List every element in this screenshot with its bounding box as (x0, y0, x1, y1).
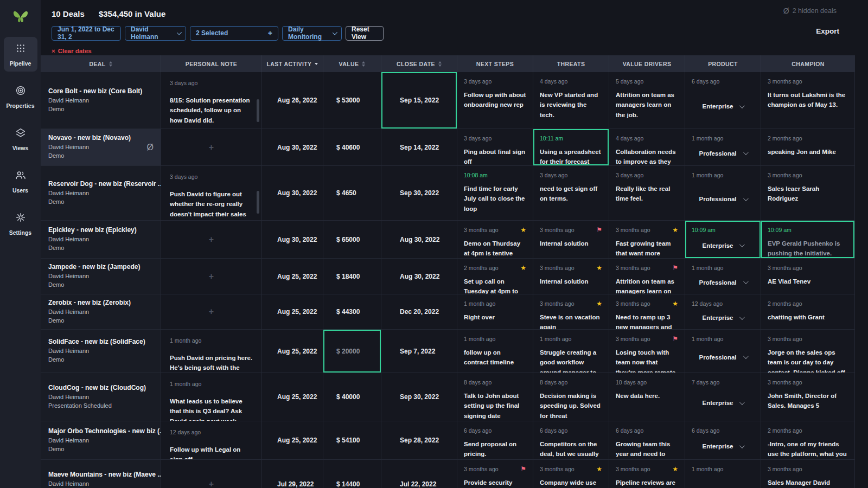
champion-cell[interactable]: 3 months agoSales Manager David Rodrigue… (761, 460, 855, 488)
product-select[interactable]: Professional (692, 277, 754, 288)
champion-cell[interactable]: 3 months agoAE Vlad Tenev (761, 259, 855, 294)
product-select[interactable]: Professional (692, 184, 754, 214)
value-drivers-cell[interactable]: 3 months ago★Fast growing team that want… (609, 221, 685, 259)
threats-cell[interactable]: 1 month agoStruggle creating a good work… (533, 330, 609, 373)
last-activity-cell[interactable]: Aug 25, 2022 (262, 373, 323, 421)
close-date-cell[interactable]: Jul 22, 2022 (381, 460, 457, 488)
product-select[interactable]: Professional (692, 348, 754, 367)
product-select[interactable]: Enterprise (692, 391, 754, 415)
next-steps-cell[interactable]: 8 days agoTalk to John about setting up … (457, 373, 533, 421)
clear-dates-button[interactable]: × Clear dates (41, 41, 868, 55)
close-date-cell[interactable]: Aug 30, 2022 (381, 259, 457, 294)
close-date-cell[interactable]: Sep 30, 2022 (381, 166, 457, 221)
properties-filter[interactable]: 2 Selected + (190, 26, 278, 41)
column-header-close-date[interactable]: CLOSE DATE (381, 55, 457, 72)
column-header-value-drivers[interactable]: VALUE DRIVERS (609, 55, 685, 72)
champion-cell[interactable]: 3 months agoIt turns out Lakshmi is the … (761, 72, 855, 129)
product-select[interactable]: Enterprise (692, 90, 754, 123)
sidebar-item-properties[interactable]: Properties (4, 79, 37, 114)
personal-note-cell[interactable]: 3 days ago8/15: Solution presentation sc… (161, 72, 262, 129)
deal-cell[interactable]: Core Bolt - new biz (Core Bolt)David Hei… (41, 72, 161, 129)
value-cell[interactable]: $ 65000 (323, 221, 381, 259)
note-scrollbar[interactable] (257, 191, 259, 214)
value-drivers-cell[interactable]: 3 months ago⚑Losing touch with team now … (609, 330, 685, 373)
value-drivers-cell[interactable]: 4 days agoCollaboration needs to improve… (609, 129, 685, 166)
sidebar-item-views[interactable]: Views (4, 121, 37, 156)
value-drivers-cell[interactable]: 6 days agoGrowing team this year and nee… (609, 421, 685, 460)
next-steps-cell[interactable]: 6 days agoSend proposal on pricing. (457, 421, 533, 460)
add-note-button[interactable]: + (161, 259, 262, 294)
column-header-threats[interactable]: THREATS (533, 55, 609, 72)
deal-cell[interactable]: Maeve Mountains - new biz (Maeve ...Davi… (41, 460, 161, 488)
deal-cell[interactable]: CloudCog - new biz (CloudCog)David Heima… (41, 373, 161, 421)
product-select[interactable]: Enterprise (692, 312, 754, 323)
note-scrollbar[interactable] (257, 99, 259, 122)
close-date-cell[interactable]: Sep 14, 2022 (381, 129, 457, 166)
last-activity-cell[interactable]: Aug 25, 2022 (262, 330, 323, 373)
sidebar-item-users[interactable]: Users (4, 164, 37, 198)
column-header-product[interactable]: PRODUCT (685, 55, 761, 72)
reset-view-button[interactable]: Reset View (346, 26, 384, 41)
product-select[interactable]: Enterprise (692, 439, 754, 453)
product-select[interactable]: Professional (692, 478, 754, 488)
next-steps-cell[interactable]: 3 months ago★Demo on Thurdsay at 4pm is … (457, 221, 533, 259)
personal-note-cell[interactable]: 1 month agoPush David on pricing here. H… (161, 330, 262, 373)
next-steps-cell[interactable]: 1 month agoRight over (457, 294, 533, 330)
close-date-cell[interactable]: Dec 20, 2022 (381, 294, 457, 330)
next-steps-cell[interactable]: 2 months ago★Set up call on Tuesday at 4… (457, 259, 533, 294)
champion-cell[interactable]: 3 months agoSales leaer Sarah Rodriguez (761, 166, 855, 221)
champion-cell[interactable]: 2 months agospeaking Jon and Mike (761, 129, 855, 166)
threats-cell[interactable]: 4 days agoNew VP started and is reviewin… (533, 72, 609, 129)
threats-cell[interactable]: 10:11 amUsing a spreadsheet for their fo… (533, 129, 609, 166)
champion-cell[interactable]: 3 months agoJorge on the sales ops team … (761, 330, 855, 373)
value-cell[interactable]: $ 53000 (323, 72, 381, 129)
column-header-champion[interactable]: CHAMPION (761, 55, 855, 72)
column-header-next-steps[interactable]: NEXT STEPS (457, 55, 533, 72)
column-header-last-activity[interactable]: LAST ACTIVITY (262, 55, 323, 72)
value-cell[interactable]: $ 14400 (323, 460, 381, 488)
value-cell[interactable]: $ 40000 (323, 373, 381, 421)
value-drivers-cell[interactable]: 5 days agoAttrition on team as managers … (609, 72, 685, 129)
deal-cell[interactable]: SolidFace - new biz (SolidFace)David Hei… (41, 330, 161, 373)
threats-cell[interactable]: 3 months ago★Company wide use of 1-on-1 … (533, 460, 609, 488)
butterfly-logo-icon[interactable] (10, 5, 31, 27)
product-select[interactable]: Professional (692, 147, 754, 159)
personal-note-cell[interactable]: 3 days agoPush David to figure out wheth… (161, 166, 262, 221)
value-drivers-cell[interactable]: 3 months ago★Pipeline reviews are painfu… (609, 460, 685, 488)
threats-cell[interactable]: 6 days agoCompetitors on the deal, but w… (533, 421, 609, 460)
close-date-cell[interactable]: Sep 7, 2022 (381, 330, 457, 373)
owner-filter[interactable]: David Heimann (125, 26, 186, 41)
value-drivers-cell[interactable]: 3 months ago⚑Attrition on team as manage… (609, 259, 685, 294)
deal-cell[interactable]: Jampede - new biz (Jampede)David Heimann… (41, 259, 161, 294)
add-note-button[interactable]: + (161, 294, 262, 330)
column-header-deal[interactable]: DEAL (41, 55, 161, 72)
personal-note-cell[interactable]: 1 month agoWhat leads us to believe that… (161, 373, 262, 421)
value-drivers-cell[interactable]: 3 days agoReally like the real time feel… (609, 166, 685, 221)
deal-cell[interactable]: Novavo - new biz (Novavo)David HeimannDe… (41, 129, 161, 166)
champion-cell[interactable]: 10:09 amEVP Gerald Pushenko is pushing t… (761, 221, 855, 259)
value-cell[interactable]: $ 20000 (323, 330, 381, 373)
add-note-button[interactable]: + (161, 129, 262, 166)
monitoring-filter[interactable]: Daily Monitoring (282, 26, 342, 41)
hidden-deals-badge[interactable]: Ø 2 hidden deals (783, 7, 837, 15)
value-drivers-cell[interactable]: 3 months ago★Need to ramp up 3 new manag… (609, 294, 685, 330)
last-activity-cell[interactable]: Aug 25, 2022 (262, 294, 323, 330)
last-activity-cell[interactable]: Aug 25, 2022 (262, 259, 323, 294)
close-date-cell[interactable]: Sep 30, 2022 (381, 373, 457, 421)
column-header-personal-note[interactable]: PERSONAL NOTE (161, 55, 262, 72)
last-activity-cell[interactable]: Aug 25, 2022 (262, 421, 323, 460)
close-date-cell[interactable]: Sep 15, 2022 (381, 72, 457, 129)
column-header-value[interactable]: VALUE (323, 55, 381, 72)
champion-cell[interactable]: 2 months agochatting with Grant (761, 294, 855, 330)
threats-cell[interactable]: 3 months ago⚑Internal solution (533, 221, 609, 259)
add-note-button[interactable]: + (161, 460, 262, 488)
next-steps-cell[interactable]: 3 days agoPing about final sign off (457, 129, 533, 166)
close-date-cell[interactable]: Sep 28, 2022 (381, 421, 457, 460)
deal-cell[interactable]: Reservoir Dog - new biz (Reservoir ...Da… (41, 166, 161, 221)
value-cell[interactable]: $ 40600 (323, 129, 381, 166)
last-activity-cell[interactable]: Aug 26, 2022 (262, 72, 323, 129)
value-cell[interactable]: $ 54100 (323, 421, 381, 460)
value-drivers-cell[interactable]: 10 days agoNew data here. (609, 373, 685, 421)
next-steps-cell[interactable]: 3 months ago⚑Provide security audit docu… (457, 460, 533, 488)
product-select[interactable]: Enterprise (692, 239, 754, 252)
